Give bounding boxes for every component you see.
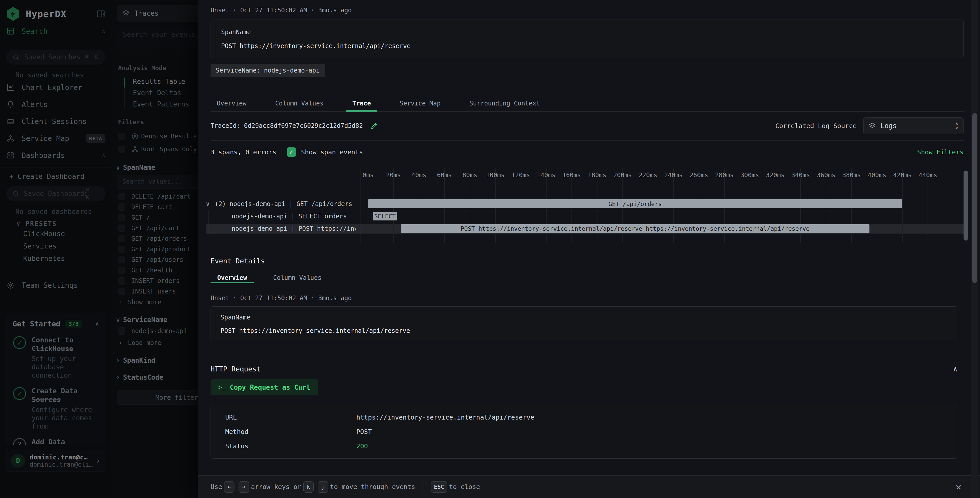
modal-scrollbar[interactable] [971, 0, 978, 498]
hyperdx-app: HyperDX Search ∧ Saved Searches ⌘ K No s… [0, 0, 980, 498]
panel-tabs: Overview Column Values Trace Service Map… [210, 96, 964, 112]
http-request-header[interactable]: HTTP Request ∧ [210, 364, 958, 373]
timeline-tick: 360ms [817, 172, 835, 179]
span-label-text: nodejs-demo-api | POST https://invento [232, 225, 356, 232]
divider [423, 480, 423, 494]
event-meta: Unset · Oct 27 11:50:02 AM · 3mo.s ago [210, 7, 964, 14]
timeline-tick: 140ms [537, 172, 555, 179]
checkbox-checked[interactable]: ✓ [286, 147, 296, 156]
spans-summary-row: 3 spans, 0 errors ✓ Show span events Sho… [210, 146, 964, 158]
span-bar-label: POST https://inventory-service.internal/… [461, 225, 810, 232]
http-request-title: HTTP Request [210, 365, 261, 373]
timeline-tick: 420ms [893, 172, 912, 179]
tab-ed-overview[interactable]: Overview [210, 273, 254, 283]
event-meta: Unset · Oct 27 11:50:02 AM · 3mo.s ago [210, 295, 964, 302]
tab-ed-column-values[interactable]: Column Values [267, 273, 328, 283]
status-value: 200 [356, 442, 368, 450]
timeline-tick: 320ms [766, 172, 784, 179]
span-row-post-reserve[interactable]: nodejs-demo-api | POST https://invento P… [206, 224, 964, 233]
scrollbar-thumb[interactable] [972, 113, 977, 283]
hint-text: to close [449, 483, 480, 490]
event-details-tabs: Overview Column Values [210, 273, 964, 283]
timeline-tick: 220ms [639, 172, 657, 179]
timeline-tick: 40ms [412, 172, 426, 179]
span-name-box: SpanName POST https://inventory-service.… [210, 306, 958, 340]
row-value: POST [356, 428, 372, 436]
timeline-tick: 60ms [437, 172, 452, 179]
table-row: Method POST [211, 425, 957, 439]
span-row-get-api-orders[interactable]: ∨ (2) nodejs-demo-api | GET /api/orders … [206, 199, 964, 209]
close-icon[interactable]: × [956, 476, 961, 498]
show-span-events-label[interactable]: Show span events [301, 148, 363, 156]
layers-icon [869, 122, 876, 129]
span-label[interactable]: ∨ (2) nodejs-demo-api | GET /api/orders [206, 199, 356, 209]
timeline-tick: 340ms [791, 172, 810, 179]
chevron-down-icon[interactable]: ∨ [206, 200, 210, 208]
span-name-label: SpanName [221, 314, 947, 321]
span-label[interactable]: nodejs-demo-api | SELECT orders [206, 211, 356, 221]
trace-id-row: TraceId: 0d29acc8df697e7c6029c2c12d7d5d8… [210, 117, 964, 134]
service-name-tag[interactable]: ServiceName: nodejs-demo-api [210, 64, 325, 77]
span-bar-label: SELECT [374, 213, 396, 220]
tab-surrounding-context[interactable]: Surrounding Context [463, 96, 546, 111]
span-name-value: POST https://inventory-service.internal/… [221, 42, 953, 49]
hint-text: Use [210, 483, 222, 490]
tab-overview[interactable]: Overview [210, 96, 253, 111]
timeline-tick: 200ms [613, 172, 632, 179]
select-chevrons-icon: ∧∨ [955, 122, 958, 130]
span-label-text: nodejs-demo-api | SELECT orders [232, 213, 347, 220]
trace-id: TraceId: 0d29acc8df697e7c6029c2c12d7d5d8… [210, 122, 363, 129]
span-bar[interactable]: GET /api/orders [368, 200, 903, 208]
copy-request-as-curl-button[interactable]: >_ Copy Request as Curl [210, 380, 318, 395]
span-row-select-orders[interactable]: nodejs-demo-api | SELECT orders SELECT [206, 211, 964, 221]
j-key[interactable]: j [318, 481, 328, 493]
tab-service-map[interactable]: Service Map [394, 96, 447, 111]
timeline-tick: 280ms [715, 172, 733, 179]
span-name-box: SpanName POST https://inventory-service.… [210, 19, 964, 58]
hint-text: arrow keys or [251, 483, 301, 490]
span-name-label: SpanName [221, 29, 953, 36]
k-key[interactable]: k [303, 481, 313, 493]
timeline-tick: 300ms [740, 172, 759, 179]
trace-waterfall: 0ms20ms40ms60ms80ms100ms120ms140ms160ms1… [206, 169, 964, 244]
tab-column-values[interactable]: Column Values [269, 96, 330, 111]
span-bar[interactable]: POST https://inventory-service.internal/… [401, 224, 869, 233]
span-label[interactable]: nodejs-demo-api | POST https://invento [206, 224, 356, 233]
timeline-tick: 80ms [463, 172, 477, 179]
span-label-text: (2) nodejs-demo-api | GET /api/orders [215, 200, 352, 208]
modal-backdrop[interactable] [0, 0, 198, 498]
waterfall-scrollbar[interactable] [964, 171, 968, 241]
span-bar-label: GET /api/orders [609, 201, 662, 208]
event-details-title: Event Details [210, 257, 964, 266]
http-request-table: URL https://inventory-service.internal/a… [210, 404, 958, 459]
esc-key[interactable]: ESC [431, 481, 447, 493]
row-key: URL [225, 413, 356, 421]
spans-summary: 3 spans, 0 errors [210, 148, 276, 156]
timeline-tick: 400ms [868, 172, 886, 179]
arrow-left-key[interactable]: ← [224, 481, 234, 493]
timeline-tick: 100ms [486, 172, 505, 179]
timeline-tick: 240ms [664, 172, 682, 179]
correlated-log-source-select[interactable]: Logs ∧∨ [863, 117, 964, 134]
row-value: https://inventory-service.internal/api/r… [356, 413, 534, 421]
arrow-right-key[interactable]: → [239, 481, 249, 493]
chevron-up-icon[interactable]: ∧ [953, 365, 958, 373]
hint-text: to move through events [330, 483, 415, 490]
edit-pencil-icon[interactable] [371, 122, 378, 130]
span-name-value: POST https://inventory-service.internal/… [221, 327, 947, 334]
row-key: Status [225, 442, 356, 450]
timeline-tick: 260ms [689, 172, 708, 179]
timeline-tick: 0ms [363, 172, 374, 179]
timeline-tick: 20ms [386, 172, 401, 179]
timeline-tick: 380ms [842, 172, 861, 179]
table-row: URL https://inventory-service.internal/a… [211, 410, 957, 425]
timeline-tick: 180ms [588, 172, 606, 179]
span-bar[interactable]: SELECT [373, 212, 397, 220]
tab-trace[interactable]: Trace [346, 96, 377, 111]
divider [210, 140, 964, 141]
terminal-icon: >_ [218, 384, 225, 391]
keyboard-hints-bar: Use ← → arrow keys or k j to move throug… [198, 476, 980, 498]
correlated-log-source-label: Correlated Log Source [775, 122, 857, 130]
show-filters-link[interactable]: Show Filters [917, 148, 964, 156]
table-row: Status 200 [211, 439, 957, 453]
